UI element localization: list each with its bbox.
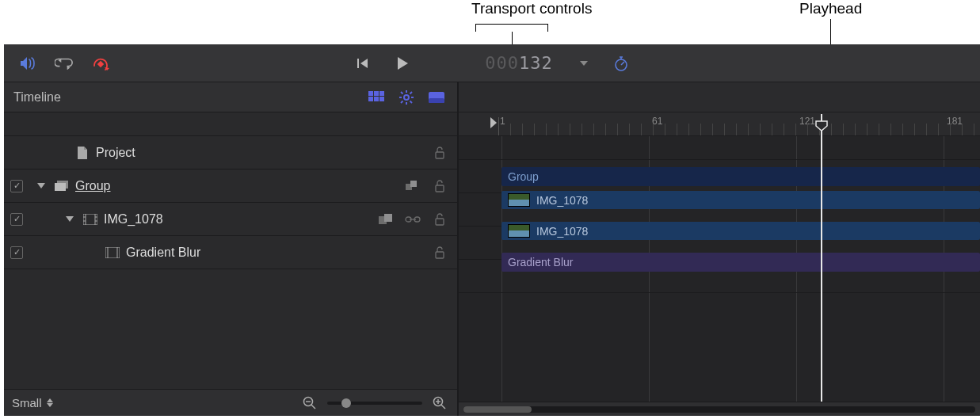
svg-point-9 (404, 95, 409, 100)
zoom-slider[interactable] (327, 402, 422, 405)
svg-rect-6 (368, 97, 373, 101)
time-lit: 132 (519, 53, 553, 73)
layers-header: Timeline (4, 82, 457, 112)
svg-line-17 (401, 101, 403, 103)
svg-rect-34 (384, 214, 392, 222)
clip-thumbnail (508, 224, 530, 238)
zoom-in-icon[interactable] (430, 394, 449, 413)
link-icon[interactable] (405, 211, 421, 227)
svg-rect-5 (379, 91, 384, 96)
clip-icon (83, 212, 97, 227)
minitimeline-icon[interactable] (425, 89, 448, 106)
layer-row-group[interactable]: ✓ Group (4, 170, 457, 203)
size-label: Small (12, 396, 42, 409)
layers-panel: Timeline (4, 82, 459, 416)
svg-rect-8 (379, 97, 384, 101)
svg-rect-20 (436, 152, 444, 158)
clip-media[interactable]: IMG_1078 (501, 191, 980, 209)
clip-filter[interactable]: Gradient Blur (501, 253, 980, 272)
zoom-knob[interactable] (341, 398, 351, 408)
clip-label: IMG_1078 (536, 225, 588, 238)
layer-row-clip[interactable]: ✓ IMG_1078 (4, 203, 457, 236)
svg-rect-1 (357, 59, 359, 68)
layer-row-project[interactable]: Project (4, 136, 457, 170)
tracks-area[interactable]: Group IMG_1078 IMG_1078 Gradient Blur (459, 136, 980, 402)
lock-icon[interactable] (432, 145, 448, 161)
disclosure-icon[interactable] (66, 216, 74, 222)
layers-footer: Small (4, 389, 457, 416)
clip-label: IMG_1078 (536, 194, 588, 207)
filter-label: Gradient Blur (126, 246, 200, 260)
audio-icon[interactable] (18, 54, 37, 73)
checkbox[interactable]: ✓ (10, 213, 23, 226)
lock-icon[interactable] (432, 211, 448, 227)
group-icon (55, 179, 69, 193)
checkbox[interactable]: ✓ (10, 180, 23, 192)
svg-rect-38 (436, 219, 444, 225)
svg-rect-0 (97, 60, 104, 67)
filter-icon (105, 246, 120, 260)
lock-icon[interactable] (432, 245, 448, 261)
size-select[interactable]: Small (12, 396, 53, 409)
zoom-out-icon[interactable] (300, 394, 319, 413)
track-row-spacer (459, 136, 980, 160)
record-icon[interactable] (91, 54, 110, 73)
layer-row-filter[interactable]: ✓ Gradient Blur (4, 236, 457, 269)
transport-bar: 000132 (4, 44, 980, 82)
scrollbar-track[interactable] (463, 406, 975, 413)
clip-group[interactable]: Group (501, 167, 980, 186)
timeline-scrollbar (459, 402, 980, 416)
disclosure-icon[interactable] (37, 183, 45, 189)
ruler-label: 181 (947, 116, 963, 127)
project-icon (75, 146, 90, 160)
right-header-spacer (459, 82, 980, 112)
svg-rect-19 (429, 98, 444, 103)
playhead-ruler-line[interactable] (821, 114, 822, 136)
time-format-dropdown-icon[interactable] (580, 61, 588, 66)
svg-line-47 (441, 405, 445, 409)
layer-list: Project ✓ Group (4, 112, 457, 389)
loop-icon[interactable] (55, 54, 74, 73)
stopwatch-icon[interactable] (612, 54, 631, 73)
svg-rect-3 (368, 91, 373, 96)
svg-line-14 (401, 92, 403, 94)
gear-icon[interactable] (395, 89, 418, 106)
go-to-start-icon[interactable] (353, 54, 372, 73)
ruler[interactable]: 1 61 121 181 (459, 112, 980, 136)
svg-rect-7 (374, 97, 379, 101)
passthru-icon[interactable] (405, 178, 421, 194)
ruler-label: 1 (500, 116, 505, 127)
playhead[interactable] (821, 136, 822, 402)
clip-label: Gradient Blur (508, 256, 573, 269)
ruler-label: 61 (652, 116, 662, 127)
svg-rect-24 (410, 181, 417, 187)
svg-rect-42 (436, 252, 444, 258)
clip-media[interactable]: IMG_1078 (501, 222, 980, 240)
time-dim: 000 (485, 53, 519, 73)
lock-icon[interactable] (432, 178, 448, 194)
checkbox[interactable]: ✓ (10, 246, 23, 259)
blend-icon[interactable] (378, 211, 394, 227)
svg-rect-25 (436, 185, 444, 192)
callout-playhead: Playhead (799, 0, 862, 17)
panel-title: Timeline (13, 90, 61, 105)
project-label: Project (96, 146, 135, 160)
timeline-canvas[interactable]: 1 61 121 181 Group IMG_1078 IMG_1078 Gra… (459, 82, 980, 416)
layer-spacer (4, 112, 457, 136)
clip-label: Group (508, 170, 539, 183)
app-window: 000132 Timeline (4, 44, 980, 416)
play-icon[interactable] (393, 54, 412, 73)
in-point-icon[interactable] (490, 117, 497, 128)
svg-line-16 (410, 92, 413, 94)
time-counter[interactable]: 000132 (485, 53, 553, 73)
show-keyframes-icon[interactable] (365, 89, 387, 106)
checkbox-empty (10, 147, 23, 159)
svg-line-15 (410, 101, 413, 103)
clip-label: IMG_1078 (104, 212, 163, 227)
svg-line-44 (311, 405, 315, 409)
callout-transport: Transport controls (471, 0, 592, 17)
group-label: Group (75, 179, 110, 193)
clip-thumbnail (508, 193, 530, 207)
scrollbar-thumb[interactable] (463, 406, 532, 413)
svg-rect-4 (374, 91, 379, 96)
